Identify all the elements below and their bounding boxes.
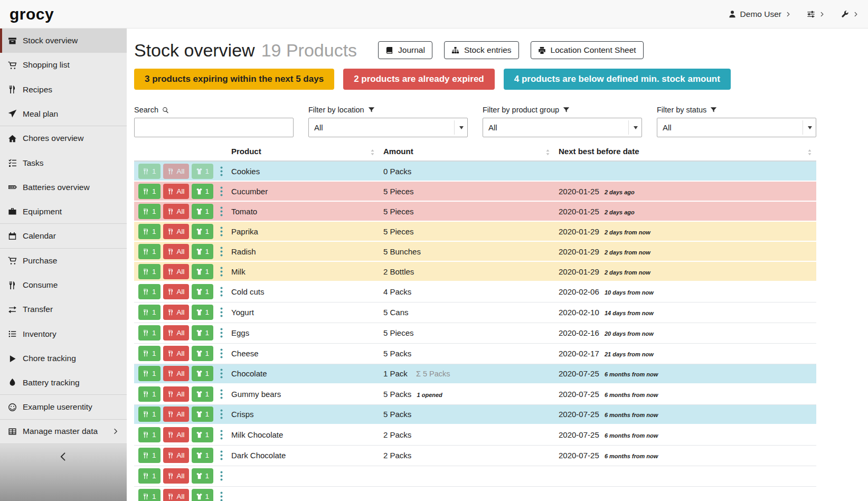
open-one-button[interactable]: 1 (192, 224, 214, 239)
sidebar-item-calendar[interactable]: Calendar (0, 224, 127, 248)
stock-entries-button[interactable]: Stock entries (444, 41, 519, 59)
sidebar-item-manage-master-data[interactable]: Manage master data (0, 420, 127, 444)
below-min-stock-banner[interactable]: 4 products are below defined min. stock … (504, 69, 731, 90)
sidebar-item-transfer[interactable]: Transfer (0, 297, 127, 322)
consume-all-button[interactable]: All (163, 244, 189, 259)
row-menu-button[interactable] (216, 367, 227, 380)
sidebar-item-batteries-overview[interactable]: Batteries overview (0, 175, 127, 200)
consume-all-button[interactable]: All (163, 224, 189, 239)
row-menu-button[interactable] (216, 428, 227, 441)
consume-one-button[interactable]: 1 (138, 427, 161, 442)
sidebar-item-battery-tracking[interactable]: Battery tracking (0, 371, 127, 395)
consume-all-button[interactable]: All (163, 468, 189, 484)
expiring-soon-banner[interactable]: 3 products expiring within the next 5 da… (134, 69, 334, 90)
row-menu-button[interactable] (216, 285, 227, 298)
consume-all-button[interactable]: All (163, 489, 189, 501)
consume-one-button[interactable]: 1 (138, 224, 161, 239)
consume-one-button[interactable]: 1 (138, 386, 161, 402)
admin-menu[interactable] (841, 10, 858, 18)
consume-one-button[interactable]: 1 (138, 244, 161, 259)
consume-one-button[interactable]: 1 (138, 264, 161, 279)
row-menu-button[interactable] (216, 225, 227, 238)
consume-one-button[interactable]: 1 (138, 407, 161, 422)
row-menu-button[interactable] (216, 165, 227, 178)
consume-all-button[interactable]: All (163, 184, 189, 199)
status-select[interactable]: All (657, 118, 816, 137)
open-one-button[interactable]: 1 (192, 305, 214, 320)
consume-one-button[interactable]: 1 (138, 468, 161, 484)
app-logo[interactable]: grocy (10, 5, 54, 23)
sidebar-item-example-userentity[interactable]: Example userentity (0, 395, 127, 419)
row-menu-button[interactable] (216, 387, 227, 401)
sidebar-item-chore-tracking[interactable]: Chore tracking (0, 346, 127, 371)
consume-one-button[interactable]: 1 (138, 284, 161, 299)
journal-button[interactable]: Journal (378, 41, 432, 59)
sidebar-item-consume[interactable]: Consume (0, 273, 127, 297)
open-one-button[interactable]: 1 (192, 164, 214, 179)
consume-one-button[interactable]: 1 (138, 346, 161, 361)
column-header-amount[interactable]: Amount (379, 145, 554, 161)
sidebar-item-recipes[interactable]: Recipes (0, 78, 127, 102)
open-one-button[interactable]: 1 (192, 346, 214, 361)
user-menu[interactable]: Demo User (728, 10, 791, 19)
consume-one-button[interactable]: 1 (138, 204, 161, 219)
open-one-button[interactable]: 1 (192, 448, 214, 463)
consume-all-button[interactable]: All (163, 386, 189, 402)
open-one-button[interactable]: 1 (192, 386, 214, 402)
open-one-button[interactable]: 1 (192, 489, 214, 501)
consume-all-button[interactable]: All (163, 346, 189, 361)
sidebar-item-shopping-list[interactable]: Shopping list (0, 53, 127, 77)
sidebar-item-chores-overview[interactable]: Chores overview (0, 126, 127, 150)
row-menu-button[interactable] (216, 306, 227, 319)
consume-one-button[interactable]: 1 (138, 184, 161, 199)
open-one-button[interactable]: 1 (192, 427, 214, 442)
location-select[interactable]: All (308, 118, 468, 137)
consume-all-button[interactable]: All (163, 264, 189, 279)
open-one-button[interactable]: 1 (192, 366, 214, 381)
consume-one-button[interactable]: 1 (138, 164, 161, 179)
consume-one-button[interactable]: 1 (138, 305, 161, 320)
location-content-sheet-button[interactable]: Location Content Sheet (531, 41, 644, 59)
sidebar-item-tasks[interactable]: Tasks (0, 150, 127, 175)
consume-all-button[interactable]: All (163, 164, 189, 179)
row-menu-button[interactable] (216, 205, 227, 218)
open-one-button[interactable]: 1 (192, 325, 214, 341)
open-one-button[interactable]: 1 (192, 204, 214, 219)
open-one-button[interactable]: 1 (192, 284, 214, 299)
row-menu-button[interactable] (216, 490, 227, 501)
sidebar-item-stock-overview[interactable]: Stock overview (0, 29, 127, 53)
row-menu-button[interactable] (216, 245, 227, 258)
consume-one-button[interactable]: 1 (138, 489, 161, 501)
consume-all-button[interactable]: All (163, 325, 189, 341)
consume-all-button[interactable]: All (163, 284, 189, 299)
row-menu-button[interactable] (216, 408, 227, 421)
row-menu-button[interactable] (216, 469, 227, 483)
open-one-button[interactable]: 1 (192, 184, 214, 199)
open-one-button[interactable]: 1 (192, 264, 214, 279)
open-one-button[interactable]: 1 (192, 244, 214, 259)
row-menu-button[interactable] (216, 265, 227, 278)
row-menu-button[interactable] (216, 326, 227, 339)
consume-one-button[interactable]: 1 (138, 366, 161, 381)
open-one-button[interactable]: 1 (192, 468, 214, 484)
column-header-product[interactable]: Product (227, 145, 379, 161)
consume-all-button[interactable]: All (163, 427, 189, 442)
consume-all-button[interactable]: All (163, 366, 189, 381)
row-menu-button[interactable] (216, 347, 227, 360)
consume-one-button[interactable]: 1 (138, 448, 161, 463)
sidebar-collapse-button[interactable] (0, 444, 127, 501)
sidebar-item-equipment[interactable]: Equipment (0, 200, 127, 224)
search-input[interactable] (134, 118, 294, 137)
consume-all-button[interactable]: All (163, 448, 189, 463)
consume-all-button[interactable]: All (163, 204, 189, 219)
consume-one-button[interactable]: 1 (138, 325, 161, 341)
sidebar-item-purchase[interactable]: Purchase (0, 249, 127, 273)
consume-all-button[interactable]: All (163, 407, 189, 422)
expired-banner[interactable]: 2 products are already expired (343, 69, 495, 90)
sidebar-item-inventory[interactable]: Inventory (0, 322, 127, 346)
row-menu-button[interactable] (216, 449, 227, 462)
row-menu-button[interactable] (216, 185, 227, 198)
settings-menu[interactable] (807, 10, 825, 18)
consume-all-button[interactable]: All (163, 305, 189, 320)
sidebar-item-meal-plan[interactable]: Meal plan (0, 102, 127, 126)
